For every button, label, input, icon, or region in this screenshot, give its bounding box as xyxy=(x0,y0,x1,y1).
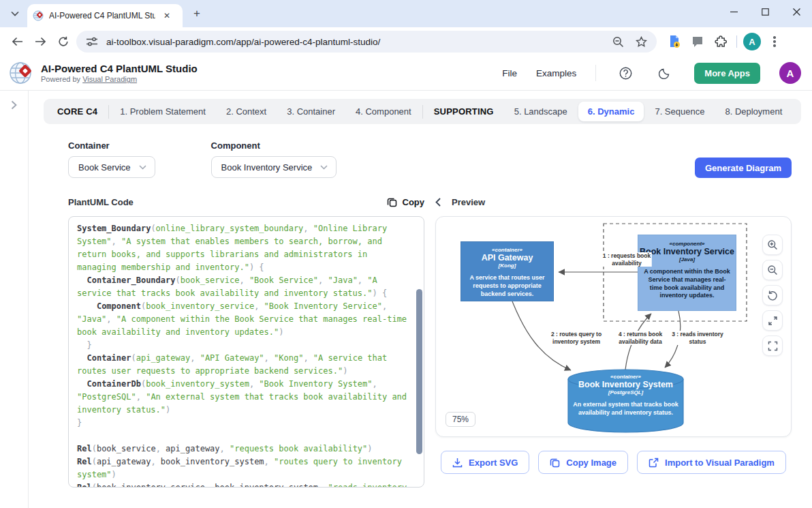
app-header: AI-Powered C4 PlantUML Studio Powered by… xyxy=(0,56,812,91)
fit-expand-button[interactable] xyxy=(762,310,783,331)
plantuml-code-editor[interactable]: System_Boundary(online_library_system_bo… xyxy=(68,216,424,488)
tab-search-button[interactable] xyxy=(5,4,25,23)
tab-close-button[interactable]: ✕ xyxy=(161,10,173,22)
rail-expand-button[interactable] xyxy=(6,98,22,114)
browser-profile-avatar[interactable]: A xyxy=(743,33,761,50)
extensions-puzzle-icon[interactable] xyxy=(711,32,730,51)
tab-landscape[interactable]: 5. Landscape xyxy=(505,102,577,121)
export-svg-label: Export SVG xyxy=(469,458,518,468)
component-label: Component xyxy=(211,140,337,151)
columns: PlantUML Code Copy System_Boundary(onlin… xyxy=(68,194,792,488)
import-to-vp-label: Import to Visual Paradigm xyxy=(665,458,775,468)
node-desc: A component within the Book Service that… xyxy=(638,268,736,300)
arrow-label-1: 1 : requests book availability xyxy=(602,252,652,267)
export-svg-button[interactable]: Export SVG xyxy=(441,451,529,474)
browser-tabstrip: AI-Powered C4 PlantUML Studio ✕ + xyxy=(0,0,812,27)
code-scrollbar[interactable] xyxy=(416,218,422,485)
bookmark-star-icon[interactable] xyxy=(632,33,650,50)
generate-diagram-button[interactable]: Generate Diagram xyxy=(695,158,792,178)
app-user-avatar[interactable]: A xyxy=(779,62,801,84)
diagram-canvas[interactable]: «container» API Gateway [Kong] A service… xyxy=(447,221,767,435)
code-line: Container(api_gateway, "API Gateway", "K… xyxy=(77,352,409,378)
tab-problem-statement[interactable]: 1. Problem Statement xyxy=(110,102,215,121)
stereotype: «container» xyxy=(461,247,553,253)
menu-examples[interactable]: Examples xyxy=(536,68,576,78)
code-line: } xyxy=(77,417,409,430)
tab-container[interactable]: 3. Container xyxy=(277,102,345,121)
fullscreen-button[interactable] xyxy=(762,335,783,356)
code-scrollbar-thumb[interactable] xyxy=(416,289,422,454)
forward-button[interactable] xyxy=(30,31,50,52)
zoom-in-button[interactable] xyxy=(762,235,783,255)
menu-file[interactable]: File xyxy=(502,68,517,78)
tab-deployment[interactable]: 8. Deployment xyxy=(715,102,792,121)
diagram-tabbar: CORE C4 1. Problem Statement 2. Context … xyxy=(44,99,801,124)
left-rail xyxy=(0,91,29,508)
app-title-block: AI-Powered C4 PlantUML Studio Powered by… xyxy=(41,63,198,84)
expand-arrows-icon xyxy=(768,316,778,326)
app-title: AI-Powered C4 PlantUML Studio xyxy=(41,63,198,76)
node-name: API Gateway xyxy=(461,253,553,263)
reload-button[interactable] xyxy=(53,31,74,52)
divider xyxy=(422,105,423,119)
controls-row: Container Book Service Component Book In… xyxy=(68,140,792,178)
node-name: Book Inventory System xyxy=(568,380,683,389)
zoom-out-button[interactable] xyxy=(762,260,783,280)
code-line: ContainerDb(book_inventory_system, "Book… xyxy=(77,378,409,417)
code-line: } xyxy=(77,339,409,352)
powered-by-prefix: Powered by xyxy=(41,75,82,83)
browser-menu-kebab-icon[interactable] xyxy=(765,32,784,51)
node-desc: An external system that tracks book avai… xyxy=(568,401,683,417)
browser-window: AI-Powered C4 PlantUML Studio ✕ + ai-too… xyxy=(0,0,812,508)
code-column: PlantUML Code Copy System_Boundary(onlin… xyxy=(68,194,424,488)
arrow-label-4: 4 : returns book availability data xyxy=(617,331,663,345)
container-select-value: Book Service xyxy=(78,162,131,173)
preview-column: Preview xyxy=(435,194,792,488)
browser-address-bar: ai-toolbox.visual-paradigm.com/app/ai-po… xyxy=(0,27,812,56)
window-minimize-button[interactable] xyxy=(718,0,749,23)
chevron-down-icon xyxy=(139,165,146,170)
window-close-button[interactable] xyxy=(781,0,812,23)
tab-sequence[interactable]: 7. Sequence xyxy=(645,102,714,121)
dark-mode-toggle[interactable] xyxy=(655,63,675,83)
zoom-indicator-icon[interactable] xyxy=(609,33,627,50)
code-line: Container_Boundary(book_service, "Book S… xyxy=(77,274,409,300)
back-icon xyxy=(12,37,23,46)
omnibox[interactable]: ai-toolbox.visual-paradigm.com/app/ai-po… xyxy=(76,31,657,53)
tab-context[interactable]: 2. Context xyxy=(217,102,276,121)
extension-chat-icon[interactable] xyxy=(688,32,707,51)
divider xyxy=(108,105,109,119)
node-tech: [PostgreSQL] xyxy=(568,389,683,395)
tab-dynamic[interactable]: 6. Dynamic xyxy=(578,102,644,121)
extension-doc-download-icon[interactable] xyxy=(665,32,684,51)
help-button[interactable] xyxy=(615,63,636,83)
download-icon xyxy=(452,458,463,468)
import-to-visual-paradigm-button[interactable]: Import to Visual Paradigm xyxy=(637,451,786,474)
back-button[interactable] xyxy=(7,31,27,52)
reset-view-button[interactable] xyxy=(762,285,783,305)
copy-code-button[interactable]: Copy xyxy=(387,197,425,207)
node-tech: [Kong] xyxy=(461,263,553,269)
header-menu: File Examples More Apps A xyxy=(502,62,801,84)
divider xyxy=(736,35,737,48)
reset-rotate-icon xyxy=(767,290,778,301)
container-select-group: Container Book Service xyxy=(68,140,155,178)
visual-paradigm-link[interactable]: Visual Paradigm xyxy=(82,75,137,83)
copy-image-button[interactable]: Copy Image xyxy=(538,451,628,474)
chevron-left-icon xyxy=(435,198,441,207)
chevron-down-icon xyxy=(11,11,19,16)
external-link-icon xyxy=(649,458,659,468)
component-select[interactable]: Book Inventory Service xyxy=(211,156,337,178)
preview-collapse-button[interactable] xyxy=(435,198,441,207)
container-select[interactable]: Book Service xyxy=(68,156,155,178)
diagram-node-api-gateway: «container» API Gateway [Kong] A service… xyxy=(460,241,554,301)
tab-component[interactable]: 4. Component xyxy=(346,102,421,121)
preview-actions: Export SVG Copy Image Import to Visual P… xyxy=(435,451,792,474)
url-text[interactable]: ai-toolbox.visual-paradigm.com/app/ai-po… xyxy=(106,37,604,47)
new-tab-button[interactable]: + xyxy=(188,5,206,23)
site-settings-tune-icon[interactable] xyxy=(83,33,101,50)
preview-card: «container» API Gateway [Kong] A service… xyxy=(435,216,792,437)
browser-tab-active[interactable]: AI-Powered C4 PlantUML Studio ✕ xyxy=(27,4,183,27)
more-apps-button[interactable]: More Apps xyxy=(694,63,760,84)
window-maximize-button[interactable] xyxy=(749,0,781,23)
